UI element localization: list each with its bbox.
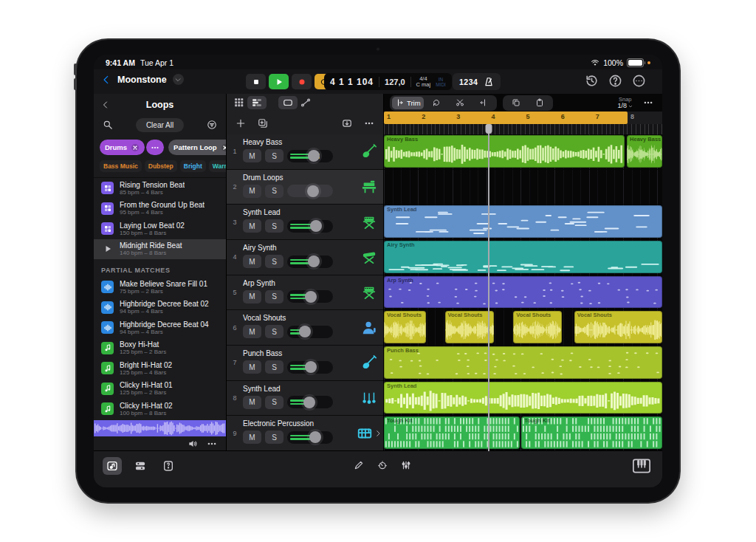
bar-ruler[interactable]: 12345678 bbox=[384, 112, 662, 124]
solo-button[interactable]: S bbox=[265, 219, 284, 233]
project-title[interactable]: Moonstone bbox=[117, 75, 167, 85]
remove-chip-icon[interactable] bbox=[221, 143, 226, 152]
add-region-button[interactable] bbox=[258, 118, 268, 128]
split-tool-button[interactable] bbox=[449, 97, 471, 109]
record-button[interactable] bbox=[292, 74, 312, 89]
grid-view-button[interactable] bbox=[234, 97, 244, 108]
chip-more-button[interactable] bbox=[146, 140, 164, 155]
tag-filter[interactable]: Dubstep bbox=[145, 160, 177, 172]
solo-button[interactable]: S bbox=[265, 290, 284, 303]
loop-list-item[interactable]: Laying Low Beat 02150 bpm – 8 Bars bbox=[94, 219, 226, 239]
track-lane[interactable]: Arp Synth bbox=[384, 275, 662, 311]
add-track-button[interactable] bbox=[236, 118, 246, 128]
track-lane[interactable]: Vocal ShoutsVocal ShoutsVocal ShoutsVoca… bbox=[384, 310, 662, 346]
browser-more-icon[interactable] bbox=[207, 439, 217, 449]
playhead-handle[interactable] bbox=[486, 124, 492, 134]
mixer-toggle-button[interactable] bbox=[131, 457, 150, 475]
tuner-knob-button[interactable] bbox=[377, 460, 388, 470]
mute-button[interactable]: M bbox=[243, 360, 261, 374]
pencil-tool-button[interactable] bbox=[354, 460, 364, 470]
tracks-view-button[interactable] bbox=[247, 96, 267, 109]
loop-list-item[interactable]: Clicky Hi-Hat 02100 bpm – 8 Bars bbox=[94, 399, 226, 419]
controls-faders-button[interactable] bbox=[401, 460, 411, 470]
solo-button[interactable]: S bbox=[265, 430, 284, 444]
back-chevron-icon[interactable] bbox=[101, 75, 111, 85]
plugins-toggle-button[interactable] bbox=[159, 457, 178, 475]
volume-slider[interactable] bbox=[287, 431, 333, 444]
paste-button[interactable] bbox=[529, 97, 551, 109]
loop-list-item[interactable]: Highbridge Decree Beat 0494 bpm – 4 Bars bbox=[94, 318, 226, 338]
browser-back-icon[interactable] bbox=[101, 100, 110, 109]
track-lane[interactable]: Synth Lead bbox=[384, 381, 662, 416]
track-header-row[interactable]: 9 Electronic Percussion M S bbox=[227, 416, 383, 451]
region[interactable]: Heavy Bass bbox=[627, 135, 662, 168]
play-button[interactable] bbox=[269, 74, 289, 89]
more-options-button[interactable] bbox=[632, 74, 646, 88]
snap-control[interactable]: Snap 1/8 bbox=[617, 96, 633, 109]
region[interactable]: Punch Bass bbox=[384, 346, 662, 379]
track-header-row[interactable]: 2 Drum Loops M S bbox=[227, 170, 383, 205]
metronome-icon[interactable] bbox=[484, 77, 494, 87]
region[interactable]: Tough Kit bbox=[384, 416, 520, 449]
loop-list-item[interactable]: Boxy Hi-Hat125 bpm – 2 Bars bbox=[94, 338, 226, 359]
playhead[interactable] bbox=[488, 124, 489, 451]
region[interactable]: Vocal Shouts bbox=[574, 311, 662, 343]
region[interactable]: Vocal Shouts bbox=[384, 311, 426, 343]
mute-button[interactable]: M bbox=[243, 396, 261, 409]
stop-button[interactable] bbox=[246, 74, 266, 89]
mute-button[interactable]: M bbox=[243, 185, 261, 198]
copy-button[interactable] bbox=[505, 97, 527, 109]
track-header-row[interactable]: 7 Punch Bass M S bbox=[227, 346, 383, 381]
tag-filter[interactable]: Bright bbox=[180, 160, 206, 172]
filter-icon[interactable] bbox=[207, 120, 217, 130]
filter-chip[interactable]: Pattern Loop bbox=[168, 140, 226, 155]
expand-track-chevron-icon[interactable] bbox=[374, 430, 382, 437]
mute-button[interactable]: M bbox=[243, 325, 261, 338]
automation-mode-button[interactable] bbox=[300, 97, 311, 108]
volume-slider[interactable] bbox=[287, 220, 333, 233]
track-header-row[interactable]: 8 Synth Lead M S bbox=[227, 381, 383, 416]
trim-right-tool-button[interactable] bbox=[472, 97, 495, 109]
volume-slider[interactable] bbox=[287, 185, 333, 197]
mute-button[interactable]: M bbox=[243, 430, 261, 444]
region[interactable]: Heavy Bass bbox=[384, 135, 625, 168]
cycle-range[interactable] bbox=[384, 112, 628, 124]
mute-button[interactable]: M bbox=[243, 219, 261, 233]
loop-list-item[interactable]: Bright Hi-Hat 02125 bpm – 4 Bars bbox=[94, 358, 226, 379]
beat-ruler[interactable] bbox=[384, 124, 662, 134]
track-lane[interactable]: Punch Bass bbox=[384, 346, 662, 381]
track-lane[interactable]: Airy Synth bbox=[384, 240, 662, 275]
import-track-button[interactable] bbox=[342, 118, 352, 128]
track-more-button[interactable] bbox=[364, 118, 374, 128]
volume-slider[interactable] bbox=[287, 361, 333, 374]
regions-mode-button[interactable] bbox=[278, 96, 298, 109]
loop-list-item[interactable]: Midnight Ride Beat140 bpm – 8 Bars bbox=[94, 239, 226, 260]
loop-list-item[interactable]: Rising Tension Beat85 bpm – 4 Bars bbox=[94, 178, 226, 199]
solo-button[interactable]: S bbox=[265, 360, 284, 374]
loop-list-item[interactable]: From the Ground Up Beat95 bpm – 4 Bars bbox=[94, 199, 226, 219]
count-in-button[interactable]: 1234 bbox=[459, 78, 478, 86]
project-menu-button[interactable] bbox=[173, 74, 184, 85]
lcd-display[interactable]: 4 1 1 104 127,0 4/4C maj INMIDI bbox=[324, 73, 452, 90]
track-header-row[interactable]: 1 Heavy Bass M S bbox=[227, 134, 383, 170]
region[interactable]: Vocal Shouts bbox=[445, 311, 494, 343]
track-lane[interactable]: Tough KitTough Kit bbox=[384, 416, 662, 451]
region[interactable]: Synth Lead bbox=[384, 382, 662, 414]
tag-filter[interactable]: Bass Music bbox=[100, 160, 142, 172]
mute-button[interactable]: M bbox=[243, 149, 261, 162]
track-header-row[interactable]: 6 Vocal Shouts M S bbox=[227, 310, 383, 346]
volume-slider[interactable] bbox=[287, 150, 333, 162]
loop-list-item[interactable]: Make Believe Snare Fill 0175 bpm – 2 Bar… bbox=[94, 277, 226, 298]
volume-slider[interactable] bbox=[287, 255, 333, 268]
track-header-row[interactable]: 3 Synth Lead M S bbox=[227, 205, 383, 240]
loop-preview-waveform[interactable] bbox=[94, 420, 226, 436]
browser-toggle-button[interactable] bbox=[103, 457, 122, 475]
loop-tool-button[interactable] bbox=[425, 97, 447, 109]
region[interactable]: Vocal Shouts bbox=[513, 311, 561, 343]
remove-chip-icon[interactable] bbox=[131, 143, 140, 152]
help-button[interactable] bbox=[608, 74, 622, 88]
history-button[interactable] bbox=[585, 74, 599, 88]
track-lane[interactable]: Synth Lead bbox=[384, 205, 662, 240]
clear-all-button[interactable]: Clear All bbox=[136, 118, 184, 132]
track-lane[interactable] bbox=[384, 170, 662, 205]
